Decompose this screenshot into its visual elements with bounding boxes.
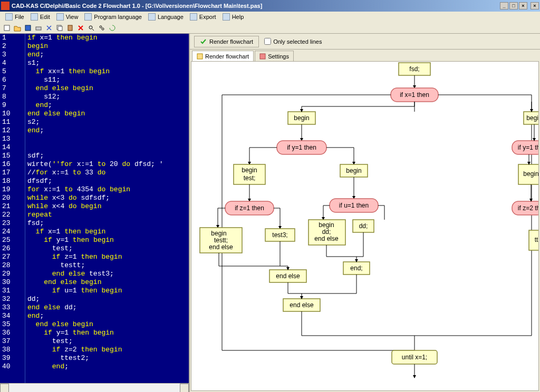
svg-rect-4	[58, 26, 62, 31]
close-button[interactable]: ×	[519, 2, 527, 9]
svg-text:end else: end else	[314, 235, 339, 242]
language-icon	[148, 13, 156, 21]
svg-text:end;: end;	[350, 264, 362, 272]
only-selected-checkbox[interactable]: Only selected lines	[264, 38, 322, 45]
render-flowchart-button[interactable]: Render flowchart	[194, 36, 259, 47]
tool-paste[interactable]	[65, 23, 75, 33]
svg-text:testt;: testt;	[214, 237, 228, 244]
menu-language[interactable]: Language	[145, 12, 187, 22]
tool-new[interactable]	[2, 23, 12, 33]
scroll-right-arrow[interactable]	[180, 384, 189, 392]
svg-rect-11	[260, 54, 265, 59]
menu-export[interactable]: Export	[187, 12, 219, 22]
svg-text:if z=2 th: if z=2 th	[518, 204, 539, 212]
svg-text:if u=1 then: if u=1 then	[339, 202, 369, 209]
tool-cut[interactable]	[44, 23, 54, 33]
svg-rect-1	[25, 25, 31, 31]
tool-save[interactable]	[23, 23, 33, 33]
svg-rect-10	[197, 54, 202, 59]
svg-text:if z=1 then: if z=1 then	[235, 204, 264, 212]
line-gutter: 1234567891011121314151617181920212223242…	[0, 34, 25, 383]
window-title: CAD-KAS C/Delphi/Basic Code 2 Flowchart …	[12, 3, 262, 9]
tool-print[interactable]	[34, 23, 43, 33]
title-bar[interactable]: CAD-KAS C/Delphi/Basic Code 2 Flowchart …	[0, 0, 540, 12]
svg-line-7	[92, 29, 94, 31]
svg-point-9	[102, 28, 104, 30]
tool-delete[interactable]	[76, 23, 85, 33]
svg-text:if y=1 th: if y=1 th	[518, 144, 539, 151]
tab-render-flowchart[interactable]: Render flowchart	[192, 51, 254, 61]
flowchart-canvas[interactable]: fsd; if x=1 then begin begin	[191, 61, 539, 391]
svg-text:if y=1 then: if y=1 then	[287, 144, 316, 151]
svg-point-6	[89, 26, 92, 29]
only-selected-input[interactable]	[264, 38, 271, 45]
proglang-icon	[84, 13, 92, 21]
code-source[interactable]: if x=1 then beginbeginend;s1; if xx=1 th…	[25, 34, 189, 383]
code-editor[interactable]: 1234567891011121314151617181920212223242…	[0, 34, 189, 383]
svg-text:fsd;: fsd;	[409, 65, 419, 73]
check-icon	[200, 38, 207, 45]
flow-icon	[197, 53, 203, 60]
tool-open[interactable]	[13, 23, 22, 33]
svg-rect-0	[4, 25, 9, 31]
svg-text:begin: begin	[319, 221, 334, 229]
tool-replace[interactable]	[97, 23, 107, 33]
svg-text:begin: begin	[346, 167, 361, 174]
svg-text:test3;: test3;	[272, 231, 287, 239]
help-icon	[223, 13, 230, 21]
export-icon	[190, 13, 197, 21]
svg-text:begin: begin	[526, 114, 539, 122]
edit-icon	[31, 13, 38, 21]
svg-text:tt: tt	[535, 236, 538, 243]
toolbar	[0, 22, 540, 34]
tool-find[interactable]	[86, 23, 96, 33]
menu-program-language[interactable]: Program language	[81, 12, 145, 22]
menu-help[interactable]: Help	[219, 12, 247, 22]
menu-bar: File Edit View Program language Language…	[0, 12, 540, 22]
editor-hscroll[interactable]	[0, 383, 189, 392]
svg-rect-2	[36, 27, 41, 30]
app-icon	[1, 2, 9, 10]
file-icon	[5, 13, 13, 21]
svg-text:dd;: dd;	[322, 228, 331, 236]
svg-text:begin: begin	[211, 230, 226, 237]
svg-text:dd;: dd;	[359, 222, 368, 230]
settings-icon	[259, 53, 266, 60]
tool-refresh[interactable]	[108, 23, 117, 33]
svg-text:end else: end else	[276, 272, 300, 280]
svg-text:if x=1 then: if x=1 then	[400, 91, 429, 99]
view-icon	[56, 13, 64, 21]
svg-text:begin: begin	[523, 170, 538, 178]
svg-text:begin: begin	[242, 166, 257, 174]
svg-text:end else: end else	[290, 301, 314, 309]
menu-file[interactable]: File	[2, 12, 27, 22]
svg-rect-5	[68, 25, 72, 31]
tab-settings[interactable]: Settings	[255, 51, 294, 61]
menu-view[interactable]: View	[53, 12, 82, 22]
tool-copy[interactable]	[55, 23, 64, 33]
svg-text:test;: test;	[244, 174, 256, 182]
svg-text:end else: end else	[209, 243, 233, 251]
svg-text:until x=1;: until x=1;	[402, 354, 427, 361]
restore-button[interactable]: □	[509, 2, 518, 9]
svg-point-8	[100, 26, 102, 28]
scroll-left-arrow[interactable]	[0, 384, 9, 392]
svg-text:begin: begin	[294, 114, 309, 122]
mdi-close-button[interactable]: ×	[531, 2, 539, 9]
minimize-button[interactable]: _	[500, 2, 508, 9]
menu-edit[interactable]: Edit	[27, 12, 53, 22]
